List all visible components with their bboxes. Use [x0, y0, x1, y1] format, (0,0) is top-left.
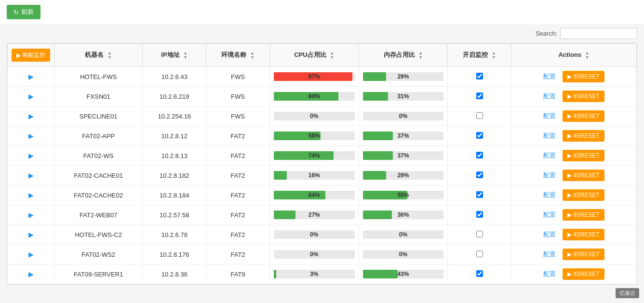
cell-expand[interactable]: ▶ [8, 264, 54, 284]
expand-play-icon[interactable]: ▶ [28, 112, 34, 120]
cell-expand[interactable]: ▶ [8, 185, 54, 205]
cell-expand[interactable]: ▶ [8, 87, 54, 106]
monitor-checkbox[interactable] [476, 211, 483, 218]
cell-expand[interactable]: ▶ [8, 245, 54, 264]
expand-play-icon[interactable]: ▶ [28, 231, 34, 238]
monitor-checkbox[interactable] [476, 152, 483, 158]
cell-ip: 10.2.254.16 [143, 106, 206, 126]
iisreset-play-icon: ▶ [567, 231, 572, 238]
monitor-checkbox[interactable] [476, 250, 483, 257]
cell-actions: 配置 ▶ IISRESET [511, 245, 637, 264]
cell-monitor[interactable] [448, 67, 511, 87]
actions-container: 配置 ▶ IISRESET [515, 150, 632, 161]
iisreset-button[interactable]: ▶ IISRESET [563, 268, 604, 280]
iisreset-play-icon: ▶ [567, 172, 572, 179]
config-link[interactable]: 配置 [543, 191, 556, 199]
cell-monitor[interactable] [448, 205, 511, 225]
config-link[interactable]: 配置 [543, 112, 556, 120]
expand-play-icon[interactable]: ▶ [28, 132, 34, 140]
cell-cpu: 97% [269, 67, 359, 87]
monitor-checkbox[interactable] [476, 171, 483, 178]
th-name[interactable]: 机器名 ▲▼ [54, 44, 143, 67]
config-link[interactable]: 配置 [543, 72, 556, 81]
refresh-button[interactable]: ↻ 刷新 [7, 5, 40, 19]
cell-cpu: 0% [269, 245, 359, 264]
config-link[interactable]: 配置 [543, 230, 556, 239]
expand-play-icon[interactable]: ▶ [28, 171, 34, 179]
cell-env: FWS [206, 106, 270, 126]
cpu-bar: 74% [274, 151, 355, 160]
cell-monitor[interactable] [448, 185, 511, 205]
config-link[interactable]: 配置 [543, 92, 556, 101]
expand-play-icon[interactable]: ▶ [28, 211, 34, 219]
th-ip[interactable]: IP地址 ▲▼ [143, 44, 206, 67]
cell-monitor[interactable] [448, 166, 511, 185]
iisreset-button[interactable]: ▶ IISRESET [563, 71, 604, 82]
cell-monitor[interactable] [448, 146, 511, 166]
iisreset-button[interactable]: ▶ IISRESET [563, 209, 604, 221]
config-link[interactable]: 配置 [543, 151, 556, 160]
cell-expand[interactable]: ▶ [8, 106, 54, 126]
monitor-checkbox[interactable] [476, 270, 483, 277]
expand-play-icon[interactable]: ▶ [28, 270, 34, 278]
table-row: ▶ HOTEL-FWS-C2 10.2.6.78 FAT2 0% 0% [8, 225, 637, 245]
cell-ip: 10.2.57.58 [143, 205, 206, 225]
expand-play-icon[interactable]: ▶ [28, 92, 34, 100]
cell-monitor[interactable] [448, 87, 511, 106]
iisreset-button[interactable]: ▶ IISRESET [563, 229, 604, 240]
cell-actions: 配置 ▶ IISRESET [511, 87, 637, 106]
monitor-checkbox[interactable] [476, 112, 483, 119]
cell-monitor[interactable] [448, 106, 511, 126]
refresh-icon: ↻ [13, 9, 19, 16]
th-env[interactable]: 环境名称 ▲▼ [206, 44, 270, 67]
cpu-bar: 3% [274, 270, 355, 278]
monitor-checkbox[interactable] [476, 231, 483, 237]
th-monitor[interactable]: 开启监控 ▲▼ [448, 44, 511, 67]
cell-expand[interactable]: ▶ [8, 67, 54, 87]
mem-bar: 31% [363, 92, 444, 101]
iisreset-label: IISRESET [573, 152, 600, 159]
expand-play-icon[interactable]: ▶ [28, 250, 34, 258]
iisreset-button[interactable]: ▶ IISRESET [563, 189, 604, 201]
search-input[interactable] [560, 28, 637, 39]
th-mem[interactable]: 内存占用比 ▲▼ [359, 44, 448, 67]
th-actions[interactable]: Actions ▲▼ [511, 44, 637, 67]
config-link[interactable]: 配置 [543, 250, 556, 259]
cell-monitor[interactable] [448, 245, 511, 264]
cpu-label: 74% [274, 152, 355, 159]
th-cpu[interactable]: CPU占用比 ▲▼ [269, 44, 359, 67]
iisreset-button[interactable]: ▶ IISRESET [563, 249, 604, 260]
monitor-checkbox[interactable] [476, 132, 483, 139]
monitor-checkbox[interactable] [476, 73, 483, 79]
cell-expand[interactable]: ▶ [8, 126, 54, 146]
expand-play-icon[interactable]: ▶ [28, 73, 34, 80]
config-link[interactable]: 配置 [543, 270, 556, 278]
iisreset-button[interactable]: ▶ IISRESET [563, 130, 604, 142]
cell-ip: 10.2.8.182 [143, 166, 206, 185]
config-link[interactable]: 配置 [543, 132, 556, 140]
expand-play-icon[interactable]: ▶ [28, 152, 34, 159]
monitor-checkbox[interactable] [476, 191, 483, 198]
alert-monitor-button[interactable]: ▶ 唤醒监控 [12, 49, 50, 62]
cell-monitor[interactable] [448, 126, 511, 146]
cell-expand[interactable]: ▶ [8, 166, 54, 185]
cell-actions: 配置 ▶ IISRESET [511, 166, 637, 185]
cell-expand[interactable]: ▶ [8, 205, 54, 225]
cell-expand[interactable]: ▶ [8, 146, 54, 166]
cell-monitor[interactable] [448, 264, 511, 284]
cpu-bar: 27% [274, 211, 355, 219]
iisreset-button[interactable]: ▶ IISRESET [563, 91, 604, 102]
cell-monitor[interactable] [448, 225, 511, 245]
monitor-checkbox[interactable] [476, 92, 483, 99]
config-link[interactable]: 配置 [543, 171, 556, 180]
cell-mem: 29% [359, 166, 448, 185]
iisreset-button[interactable]: ▶ IISRESET [563, 150, 604, 161]
config-link[interactable]: 配置 [543, 211, 556, 219]
iisreset-button[interactable]: ▶ IISRESET [563, 110, 604, 122]
cpu-bar: 16% [274, 171, 355, 180]
cell-expand[interactable]: ▶ [8, 225, 54, 245]
iisreset-button[interactable]: ▶ IISRESET [563, 170, 604, 181]
cell-env: FWS [206, 87, 270, 106]
cpu-bar: 0% [274, 112, 355, 120]
expand-play-icon[interactable]: ▶ [28, 191, 34, 199]
